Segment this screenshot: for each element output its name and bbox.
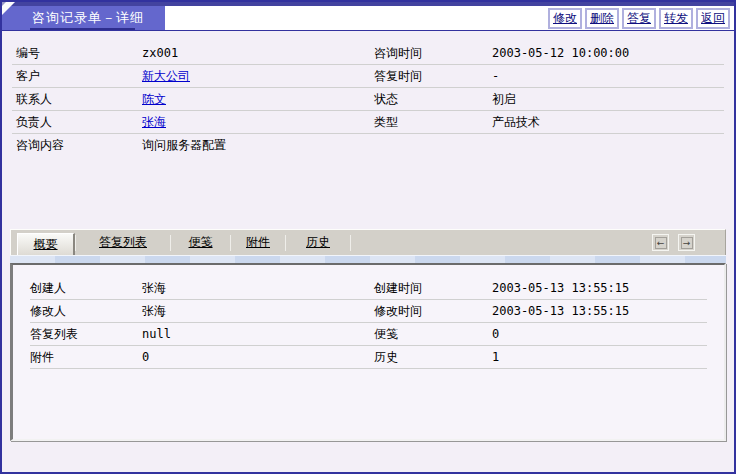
tab-history[interactable]: 历史 xyxy=(286,234,350,251)
contact-link[interactable]: 陈文 xyxy=(142,91,374,108)
form-row-number-time: 编号 zx001 咨询时间 2003-05-12 10:00:00 xyxy=(12,42,724,65)
field-value-creator: 张海 xyxy=(142,280,374,297)
form-row-customer-replytime: 客户 新大公司 答复时间 - xyxy=(12,65,724,88)
tab-separator xyxy=(350,235,351,251)
field-label-content: 咨询内容 xyxy=(16,137,142,154)
consultation-detail-window: 咨询记录单－详细 修改 删除 答复 转发 返回 编号 zx001 咨询时间 20… xyxy=(0,0,736,474)
field-value-attachment-count: 0 xyxy=(142,350,374,364)
panel-row-attachments: 附件 0 历史 1 xyxy=(30,346,707,369)
window-header: 咨询记录单－详细 修改 删除 答复 转发 返回 xyxy=(2,6,734,31)
field-value-modified-time: 2003-05-13 13:55:15 xyxy=(492,304,707,318)
field-label-owner: 负责人 xyxy=(16,114,142,131)
tab-bottom-strip xyxy=(10,255,726,263)
tab-control: 概要 答复列表 便笺 附件 历史 ← → 创建人 张海 创建时间 20 xyxy=(10,229,726,441)
customer-link[interactable]: 新大公司 xyxy=(142,68,374,85)
field-value-note-count: 0 xyxy=(492,327,707,341)
tab-scroll-right-button[interactable]: → xyxy=(678,234,695,251)
form-row-content: 咨询内容 询问服务器配置 xyxy=(12,134,724,157)
panel-row-modifier: 修改人 张海 修改时间 2003-05-13 13:55:15 xyxy=(30,300,707,323)
field-label-created-time: 创建时间 xyxy=(374,280,492,297)
panel-row-replies: 答复列表 null 便笺 0 xyxy=(30,323,707,346)
form-row-contact-status: 联系人 陈文 状态 初启 xyxy=(12,88,724,111)
page-title: 咨询记录单－详细 xyxy=(32,9,144,27)
form-row-owner-type: 负责人 张海 类型 产品技术 xyxy=(12,111,724,134)
field-label-note-count: 便笺 xyxy=(374,326,492,343)
arrow-left-icon: ← xyxy=(655,237,667,249)
page-title-tab: 咨询记录单－详细 xyxy=(2,6,165,30)
back-button[interactable]: 返回 xyxy=(696,8,730,29)
detail-form: 编号 zx001 咨询时间 2003-05-12 10:00:00 客户 新大公… xyxy=(12,42,724,157)
field-label-modified-time: 修改时间 xyxy=(374,303,492,320)
delete-button[interactable]: 删除 xyxy=(585,8,619,29)
field-label-modifier: 修改人 xyxy=(30,303,142,320)
tab-summary[interactable]: 概要 xyxy=(17,233,75,255)
field-value-number: zx001 xyxy=(142,46,374,60)
field-label-contact: 联系人 xyxy=(16,91,142,108)
tab-attachment[interactable]: 附件 xyxy=(231,234,285,251)
field-label-consult-time: 咨询时间 xyxy=(374,45,492,62)
field-label-reply-time: 答复时间 xyxy=(374,68,492,85)
field-label-number: 编号 xyxy=(16,45,142,62)
tab-bar: 概要 答复列表 便笺 附件 历史 ← → xyxy=(10,229,726,255)
field-value-modifier: 张海 xyxy=(142,303,374,320)
tab-reply-list[interactable]: 答复列表 xyxy=(76,234,170,251)
field-label-status: 状态 xyxy=(374,91,492,108)
field-value-history-count: 1 xyxy=(492,350,707,364)
field-value-content: 询问服务器配置 xyxy=(142,137,724,154)
modify-button[interactable]: 修改 xyxy=(548,8,582,29)
owner-link[interactable]: 张海 xyxy=(142,114,374,131)
field-value-type: 产品技术 xyxy=(492,114,724,131)
field-value-reply-list: null xyxy=(142,327,374,341)
tab-scroll-left-button[interactable]: ← xyxy=(652,234,669,251)
field-value-status: 初启 xyxy=(492,91,724,108)
field-label-reply-list: 答复列表 xyxy=(30,326,142,343)
tab-note[interactable]: 便笺 xyxy=(171,234,230,251)
summary-panel: 创建人 张海 创建时间 2003-05-13 13:55:15 修改人 张海 修… xyxy=(10,263,726,441)
forward-button[interactable]: 转发 xyxy=(659,8,693,29)
field-label-attachment-count: 附件 xyxy=(30,349,142,366)
field-value-consult-time: 2003-05-12 10:00:00 xyxy=(492,46,724,60)
field-label-creator: 创建人 xyxy=(30,280,142,297)
field-label-type: 类型 xyxy=(374,114,492,131)
arrow-right-icon: → xyxy=(681,237,693,249)
panel-row-creator: 创建人 张海 创建时间 2003-05-13 13:55:15 xyxy=(30,277,707,300)
field-value-created-time: 2003-05-13 13:55:15 xyxy=(492,281,707,295)
field-label-customer: 客户 xyxy=(16,68,142,85)
field-label-history-count: 历史 xyxy=(374,349,492,366)
reply-button[interactable]: 答复 xyxy=(622,8,656,29)
field-value-reply-time: - xyxy=(492,69,724,83)
page-corner-icon xyxy=(2,2,15,15)
toolbar: 修改 删除 答复 转发 返回 xyxy=(548,6,734,30)
